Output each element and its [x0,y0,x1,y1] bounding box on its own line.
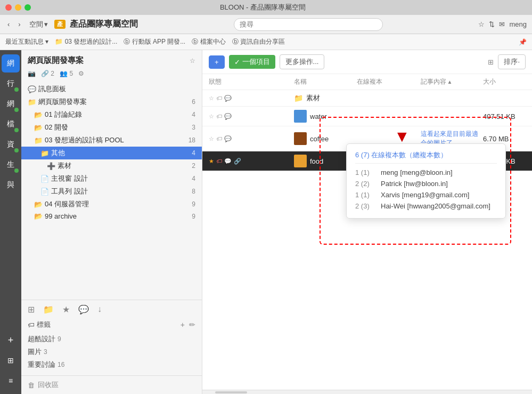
edit-tag-button[interactable]: ✏ [189,320,195,329]
col-header-note[interactable]: 記事內容 ▲ [421,77,484,86]
star-icon[interactable]: ★ [209,158,214,165]
breadcrumb-item-1[interactable]: 📁 03 發想過的設計... [55,37,117,46]
space-menu-button[interactable]: 空間 ▾ [27,19,50,30]
link-count: 🔗 2 [41,70,54,77]
arrow-down-icon[interactable]: ↓ [97,304,102,315]
tree-item-archive[interactable]: 📂 99 archive 9 [21,211,202,222]
horizontal-scrollbar[interactable] [202,390,532,394]
back-button[interactable]: ‹ [5,19,12,29]
tag-count: 9 [58,335,61,343]
check-item-button[interactable]: ✓ 一個項目 [229,55,275,69]
sort-button[interactable]: 排序· [498,54,526,69]
forward-button[interactable]: › [16,19,22,29]
grid-view-icon[interactable]: ⊞ [488,58,494,66]
comment-icon[interactable]: 💬 [224,158,232,165]
plus-icon: ➕ [47,162,55,170]
breadcrumb-item-4[interactable]: ⓑ 資訊自由分享區 [232,37,285,46]
minimize-button[interactable] [15,4,21,11]
main-layout: 網 行 網 檔 資 生 與 + ⊞ ≡ 網頁版開發專案 [0,50,532,394]
tree-item-messages[interactable]: 💬 訊息面板 [21,83,202,95]
sidebar-icon-web[interactable]: 網 [2,54,20,73]
sidebar-icon-action[interactable]: 行 [2,75,20,93]
comment-icon: 💬 [28,85,36,93]
tag-label: 圖片 [28,347,42,357]
tree-item-server[interactable]: 📂 04 伺服器管理 9 [21,198,202,211]
tag-icon[interactable]: 🏷 [216,158,222,164]
breadcrumb-item-3[interactable]: ⓑ 檔案中心 [192,37,225,46]
tree-item-material[interactable]: ➕ 素材 2 [21,159,202,172]
tag-item-3[interactable]: 重要討論 16 [28,358,195,371]
sidebar-icon-info[interactable]: 資 [2,135,20,154]
pin-icon[interactable]: 📌 [519,38,527,46]
tag-item-2[interactable]: 圖片 3 [28,345,195,358]
tag-label: 重要討論 [28,360,55,369]
icon-sidebar: 網 行 網 檔 資 生 與 + ⊞ ≡ [0,50,21,394]
close-button[interactable] [5,4,12,11]
tag-icon[interactable]: 🏷 [216,135,222,142]
folder-icon: 📂 [34,200,43,208]
star-icon[interactable]: ☆ [209,135,214,142]
mail-icon[interactable]: ✉ [499,20,505,28]
comment-icon[interactable]: 💬 [224,135,232,142]
tag-item-1[interactable]: 超酷設計 9 [28,333,195,345]
tree-item-main-design[interactable]: 📄 主視窗 設計 4 [21,172,202,185]
table-row[interactable]: ☆ 🏷 💬 water 407.51 KB [202,107,532,126]
file-name: water [310,112,327,120]
add-tag-button[interactable]: + [181,320,185,329]
star-icon[interactable]: ☆ [209,113,214,120]
comment-tool-icon[interactable]: 💬 [78,304,89,315]
table-body: ☆ 🏷 💬 📁 素材 ☆ 🏷 💬 [202,90,532,390]
row-name: 📁 素材 [294,93,357,103]
sort-icon[interactable]: ⇅ [489,20,495,28]
add-button[interactable]: + [209,55,225,69]
sidebar-icon-file[interactable]: 檔 [2,115,20,133]
tag-icon[interactable]: 🏷 [216,113,222,119]
search-input[interactable] [234,18,383,31]
add-space-button[interactable]: + [2,331,20,349]
sidebar-trash[interactable]: 🗑 回收區 [21,375,202,394]
sidebar-icon-with[interactable]: 與 [2,176,20,194]
tree-item-other[interactable]: 📁 其他 4 [21,147,202,159]
list-view-button[interactable]: ≡ [2,372,20,390]
file-sidebar-icons: ☆ [190,57,195,65]
comment-icon[interactable]: 💬 [224,113,232,120]
sidebar-icon-life[interactable]: 生 [2,156,20,174]
breadcrumb-item-2[interactable]: ⓑ 行動版 APP 開發... [124,37,185,46]
settings-icon[interactable]: ⚙ [78,70,84,77]
user-name[interactable]: meng [509,20,527,28]
breadcrumb-recent[interactable]: 最近互動訊息 ▾ [5,37,48,46]
titlebar: BLOON - 產品團隊專屬空間 [0,0,532,15]
tree-item-dev[interactable]: 📂 02 開發 3 [21,121,202,134]
tree-item-toolbar-design[interactable]: 📄 工具列 設計 8 [21,185,202,198]
file-sidebar-meta: 📷 🔗 2 👥 5 ⚙ [21,69,202,81]
star-icon[interactable]: ☆ [478,20,485,28]
user-count: 2 (3) [355,202,377,210]
camera-icon[interactable]: 📷 [28,70,36,77]
window-controls[interactable] [5,4,31,11]
member-count: 👥 5 [60,70,73,77]
link-icon[interactable]: 🔗 [234,158,241,165]
star-button[interactable]: ☆ [190,57,195,65]
grid-view-button[interactable]: ⊞ [2,351,20,369]
tree-item-label: 素材 [58,161,71,171]
col-header-name: 名稱 [294,77,357,86]
tree-item-project[interactable]: 📁 網頁版開發專案 6 [21,95,202,108]
tag-icon[interactable]: 🏷 [216,95,222,101]
scrollbar-thumb[interactable] [215,391,247,393]
grid-tool-icon[interactable]: ⊞ [28,304,35,315]
row-icons: ★ 🏷 💬 🔗 [209,158,294,165]
folder-icon: 📁 [40,149,49,157]
folder-tool-icon[interactable]: 📁 [43,304,54,315]
table-row[interactable]: ☆ 🏷 💬 📁 素材 [202,90,532,107]
more-actions-button[interactable]: 更多操作... [280,54,325,69]
sidebar-icon-web2[interactable]: 網 [2,95,20,113]
star-tool-icon[interactable]: ★ [62,304,70,315]
window-title: BLOON - 產品團隊專屬空間 [31,3,495,12]
tooltip-user-2: 2 (2) Patrick [hw@bloon.in] [355,178,497,189]
star-icon[interactable]: ☆ [209,95,214,102]
badge [14,87,19,92]
tree-item-design-pool[interactable]: 📁 03 發想過的設計稿 POOL 18 [21,134,202,147]
maximize-button[interactable] [24,4,31,11]
tree-item-discussion[interactable]: 📂 01 討論紀錄 4 [21,108,202,121]
comment-icon[interactable]: 💬 [224,95,232,102]
